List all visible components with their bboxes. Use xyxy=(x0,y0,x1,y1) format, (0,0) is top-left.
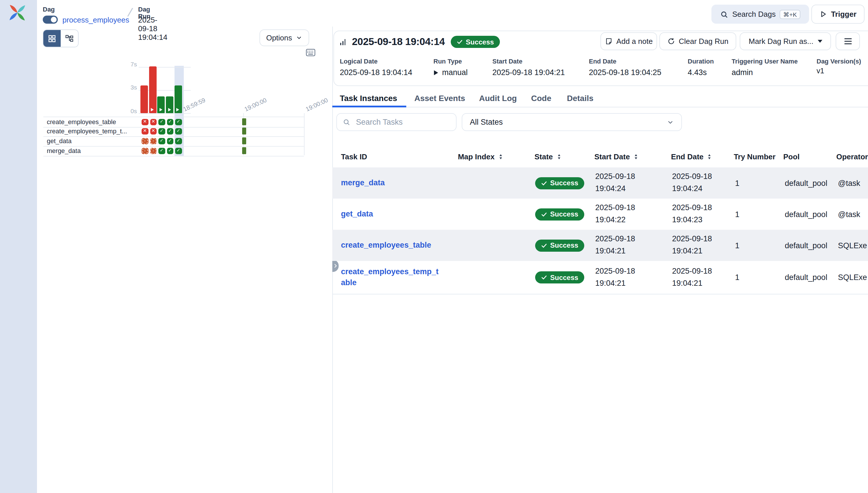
column-header-operator: Operator xyxy=(836,152,868,161)
column-header-map-index[interactable]: Map Index xyxy=(458,152,534,161)
airflow-app: Dag process_employees / Dag Run 2025-09-… xyxy=(0,0,868,493)
meta-value: 2025-09-18 19:04:25 xyxy=(589,68,661,77)
task-state-icon[interactable]: ✓ xyxy=(175,138,182,144)
column-header-start-date[interactable]: Start Date xyxy=(594,152,671,161)
column-header-state[interactable]: State xyxy=(534,152,594,161)
sort-icon[interactable] xyxy=(632,153,640,160)
breadcrumb-dag-label: Dag xyxy=(43,6,55,13)
table-row[interactable]: create_employees_table Success 2025-09-1… xyxy=(332,230,868,261)
tab-audit-log[interactable]: Audit Log xyxy=(479,93,517,103)
dag-run-bar[interactable] xyxy=(175,85,182,113)
operator-cell: @task xyxy=(838,179,868,187)
column-header-end-date[interactable]: End Date xyxy=(671,152,734,161)
add-note-button[interactable]: Add a note xyxy=(601,32,657,50)
task-state-icon[interactable]: ✓ xyxy=(167,128,174,134)
task-state-icon[interactable]: ↑ xyxy=(142,148,148,154)
task-state-icon[interactable]: ✓ xyxy=(167,148,174,154)
x-axis-tick: 19:00:00 xyxy=(243,97,267,112)
sort-icon[interactable] xyxy=(706,153,713,160)
meta-value: 2025-09-18 19:04:21 xyxy=(492,68,565,77)
task-state-icon[interactable]: ↑ xyxy=(150,148,157,154)
dag-run-bar[interactable] xyxy=(140,85,148,113)
start-date-cell: 2025-09-1819:04:21 xyxy=(595,233,672,257)
sort-icon[interactable] xyxy=(497,153,505,160)
task-duration-marker[interactable] xyxy=(242,147,246,154)
refresh-icon xyxy=(667,38,675,45)
dag-run-bar[interactable] xyxy=(158,97,165,113)
task-state-icon[interactable]: ✓ xyxy=(158,148,165,154)
task-state-icon[interactable]: ✓ xyxy=(167,119,174,125)
y-axis-tick: 3s xyxy=(120,84,137,91)
mark-dag-run-as-button[interactable]: Mark Dag Run as... xyxy=(740,32,831,50)
task-instances-table: merge_data Success 2025-09-1819:04:24 20… xyxy=(332,167,868,295)
task-duration-marker[interactable] xyxy=(242,119,246,125)
task-state-icon[interactable]: ✓ xyxy=(158,128,165,134)
task-duration-marker[interactable] xyxy=(242,128,246,134)
breadcrumb-dag-link[interactable]: process_employees xyxy=(62,16,129,24)
task-state-icon[interactable]: ↑ xyxy=(150,138,157,144)
dag-run-bar[interactable] xyxy=(166,97,174,113)
end-date-cell: 2025-09-1819:04:21 xyxy=(672,233,735,257)
sidebar xyxy=(0,0,37,493)
task-state-icon[interactable]: ✕ xyxy=(150,128,157,134)
dag-run-bar[interactable] xyxy=(149,66,156,113)
table-row[interactable]: create_employees_temp_table Success 2025… xyxy=(332,261,868,295)
search-tasks-input[interactable] xyxy=(355,117,450,127)
pool-cell: default_pool xyxy=(785,210,838,218)
task-state-icon[interactable]: ✓ xyxy=(175,119,182,125)
end-date-cell: 2025-09-1819:04:21 xyxy=(672,265,735,290)
graph-view-button[interactable] xyxy=(61,30,78,47)
task-state-icon[interactable]: ✕ xyxy=(142,128,148,134)
task-label[interactable]: get_data xyxy=(47,137,72,144)
table-row[interactable]: get_data Success 2025-09-1819:04:22 2025… xyxy=(332,198,868,230)
search-tasks-field xyxy=(336,113,457,131)
task-id-link[interactable]: create_employees_temp_table xyxy=(341,267,442,288)
gridline xyxy=(139,113,191,114)
task-state-icon[interactable]: ✓ xyxy=(158,119,165,125)
airflow-logo[interactable] xyxy=(8,3,26,22)
meta-value: 4.43s xyxy=(688,68,707,77)
try-number-cell: 1 xyxy=(735,210,785,218)
state-filter-select[interactable]: All States xyxy=(462,113,682,131)
task-id-link[interactable]: get_data xyxy=(341,209,442,219)
task-label[interactable]: create_employees_temp_t... xyxy=(47,128,127,134)
tab-code[interactable]: Code xyxy=(531,93,551,103)
clear-dag-run-button[interactable]: Clear Dag Run xyxy=(659,32,736,50)
tab-details[interactable]: Details xyxy=(567,93,593,103)
trigger-button[interactable]: Trigger xyxy=(811,5,865,24)
grid-view-button[interactable] xyxy=(43,30,61,47)
task-state-icon[interactable]: ✓ xyxy=(175,148,182,154)
task-state-icon[interactable]: ✕ xyxy=(142,119,148,125)
task-id-link[interactable]: merge_data xyxy=(341,178,442,188)
sort-icon[interactable] xyxy=(555,153,563,160)
task-state-icon[interactable]: ✓ xyxy=(158,138,165,144)
options-button[interactable]: Options xyxy=(260,29,309,46)
keyboard-shortcuts-icon[interactable] xyxy=(306,48,316,57)
tab-asset-events[interactable]: Asset Events xyxy=(415,93,465,103)
task-label[interactable]: create_employees_table xyxy=(47,119,116,125)
task-state-icon[interactable]: ↑ xyxy=(142,138,148,144)
gridline xyxy=(304,113,305,155)
toggle-knob xyxy=(51,17,57,22)
meta-label: Duration xyxy=(688,58,714,65)
task-duration-marker[interactable] xyxy=(242,137,246,144)
search-dags-button[interactable]: Search Dags ⌘+K xyxy=(711,5,809,24)
task-state-icon[interactable]: ✓ xyxy=(167,138,174,144)
column-header-task-id[interactable]: Task ID xyxy=(341,152,458,161)
breadcrumb-separator: / xyxy=(126,5,134,20)
dag-pause-toggle[interactable] xyxy=(43,16,58,24)
state-filter-value: All States xyxy=(470,118,503,126)
triggering-user-link[interactable]: admin xyxy=(732,68,753,77)
y-axis-tick: 0s xyxy=(120,107,137,114)
run-menu-button[interactable] xyxy=(836,32,860,50)
task-label[interactable]: merge_data xyxy=(47,147,81,154)
run-duration-bars xyxy=(140,66,182,113)
task-id-link[interactable]: create_employees_table xyxy=(341,240,442,251)
state-cell: Success xyxy=(535,177,595,189)
task-state-icon[interactable]: ✕ xyxy=(150,119,157,125)
tab-task-instances[interactable]: Task Instances xyxy=(340,93,397,103)
task-state-icon[interactable]: ✓ xyxy=(175,128,182,134)
table-row[interactable]: merge_data Success 2025-09-1819:04:24 20… xyxy=(332,167,868,198)
try-number-cell: 1 xyxy=(735,273,785,282)
view-switcher xyxy=(43,29,79,47)
